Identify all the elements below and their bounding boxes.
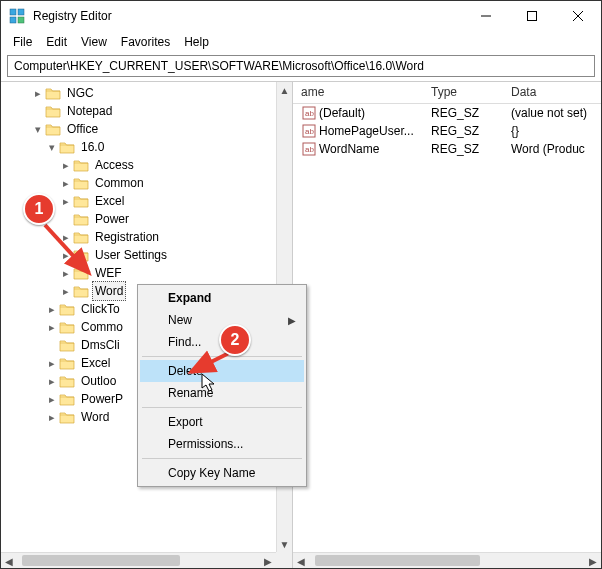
expand-twisty-icon[interactable]: ▸ (45, 354, 59, 372)
tree-node[interactable]: ▾16.0 (5, 138, 276, 156)
minimize-button[interactable] (463, 1, 509, 31)
expand-twisty-icon[interactable]: ▸ (31, 84, 45, 102)
expand-twisty-icon[interactable]: ▸ (59, 192, 73, 210)
menu-help[interactable]: Help (178, 33, 215, 51)
tree-node-label: Common (92, 174, 147, 192)
menu-favorites[interactable]: Favorites (115, 33, 176, 51)
scroll-right-icon[interactable]: ▶ (260, 553, 276, 568)
string-value-icon: ab (301, 142, 317, 156)
value-row[interactable]: abHomePageUser...REG_SZ{} (293, 122, 601, 140)
svg-line-14 (45, 225, 89, 273)
value-data: {} (503, 124, 601, 138)
expand-twisty-icon[interactable]: ▾ (45, 138, 59, 156)
scroll-thumb[interactable] (315, 555, 481, 566)
column-type[interactable]: Type (423, 82, 503, 103)
svg-text:ab: ab (305, 127, 314, 136)
menu-edit[interactable]: Edit (40, 33, 73, 51)
menu-view[interactable]: View (75, 33, 113, 51)
regedit-icon (9, 8, 25, 24)
svg-text:ab: ab (305, 109, 314, 118)
tree-node[interactable]: ▸Common (5, 174, 276, 192)
column-data[interactable]: Data (503, 82, 601, 103)
scroll-corner (276, 552, 292, 568)
scroll-down-icon[interactable]: ▼ (277, 536, 292, 552)
svg-text:ab: ab (305, 145, 314, 154)
titlebar: Registry Editor (1, 1, 601, 31)
folder-icon (59, 140, 75, 154)
tree-node-label: Notepad (64, 102, 115, 120)
expand-twisty-icon[interactable]: ▸ (45, 372, 59, 390)
values-horizontal-scrollbar[interactable]: ◀ ▶ (293, 552, 601, 568)
values-header: ame Type Data (293, 82, 601, 104)
separator (142, 458, 302, 459)
folder-icon (59, 410, 75, 424)
tree-node-label: Excel (78, 354, 113, 372)
svg-line-15 (191, 352, 231, 372)
tree-node[interactable]: ▸Access (5, 156, 276, 174)
tree-node-label: ClickTo (78, 300, 123, 318)
folder-icon (59, 320, 75, 334)
tree-node-label: NGC (64, 84, 97, 102)
value-name: WordName (319, 142, 379, 156)
maximize-button[interactable] (509, 1, 555, 31)
tree-node[interactable]: ▾Office (5, 120, 276, 138)
submenu-arrow-icon: ▶ (288, 315, 296, 326)
scroll-up-icon[interactable]: ▲ (277, 82, 292, 98)
tree-node[interactable]: Notepad (5, 102, 276, 120)
folder-icon (59, 392, 75, 406)
expand-twisty-icon[interactable]: ▸ (45, 318, 59, 336)
folder-icon (59, 374, 75, 388)
value-row[interactable]: abWordNameREG_SZWord (Produc (293, 140, 601, 158)
expand-twisty-icon[interactable]: ▸ (45, 408, 59, 426)
folder-icon (59, 338, 75, 352)
tree-node-label: PowerP (78, 390, 126, 408)
svg-rect-0 (10, 9, 16, 15)
annotation-badge-2: 2 (219, 324, 251, 356)
ctx-copy-key-name[interactable]: Copy Key Name (140, 462, 304, 484)
string-value-icon: ab (301, 124, 317, 138)
ctx-expand[interactable]: Expand (140, 287, 304, 309)
scroll-right-icon[interactable]: ▶ (585, 553, 601, 569)
ctx-permissions[interactable]: Permissions... (140, 433, 304, 455)
folder-icon (45, 122, 61, 136)
tree-node-label: 16.0 (78, 138, 107, 156)
expand-twisty-icon[interactable]: ▸ (45, 300, 59, 318)
tree-node-label: DmsCli (78, 336, 123, 354)
expand-twisty-icon[interactable]: ▸ (45, 390, 59, 408)
menubar: File Edit View Favorites Help (1, 31, 601, 53)
ctx-export[interactable]: Export (140, 411, 304, 433)
expand-twisty-icon[interactable]: ▸ (59, 174, 73, 192)
annotation-badge-1: 1 (23, 193, 55, 225)
column-name[interactable]: ame (293, 82, 423, 103)
svg-rect-1 (10, 17, 16, 23)
ctx-new[interactable]: New ▶ (140, 309, 304, 331)
tree-node-label: Access (92, 156, 137, 174)
separator (142, 407, 302, 408)
string-value-icon: ab (301, 106, 317, 120)
window-title: Registry Editor (33, 9, 463, 23)
value-name: (Default) (319, 106, 365, 120)
value-type: REG_SZ (423, 142, 503, 156)
expand-twisty-icon[interactable]: ▸ (59, 156, 73, 174)
scroll-thumb[interactable] (22, 555, 180, 566)
folder-icon (45, 86, 61, 100)
address-bar[interactable]: Computer\HKEY_CURRENT_USER\SOFTWARE\Micr… (7, 55, 595, 77)
scroll-left-icon[interactable]: ◀ (293, 553, 309, 569)
values-pane: ame Type Data ab(Default)REG_SZ(value no… (293, 82, 601, 568)
close-button[interactable] (555, 1, 601, 31)
tree-node-label: Commo (78, 318, 126, 336)
tree-node-label: Word (78, 408, 112, 426)
value-name: HomePageUser... (319, 124, 414, 138)
svg-rect-5 (528, 12, 537, 21)
value-row[interactable]: ab(Default)REG_SZ(value not set) (293, 104, 601, 122)
value-type: REG_SZ (423, 124, 503, 138)
tree-node[interactable]: ▸NGC (5, 84, 276, 102)
values-list[interactable]: ab(Default)REG_SZ(value not set)abHomePa… (293, 104, 601, 158)
expand-twisty-icon[interactable]: ▾ (31, 120, 45, 138)
menu-file[interactable]: File (7, 33, 38, 51)
tree-node-label: Outloo (78, 372, 119, 390)
tree-horizontal-scrollbar[interactable]: ◀ ▶ (1, 552, 276, 568)
scroll-left-icon[interactable]: ◀ (1, 553, 17, 568)
svg-rect-2 (18, 9, 24, 15)
annotation-arrow-1 (39, 219, 109, 289)
